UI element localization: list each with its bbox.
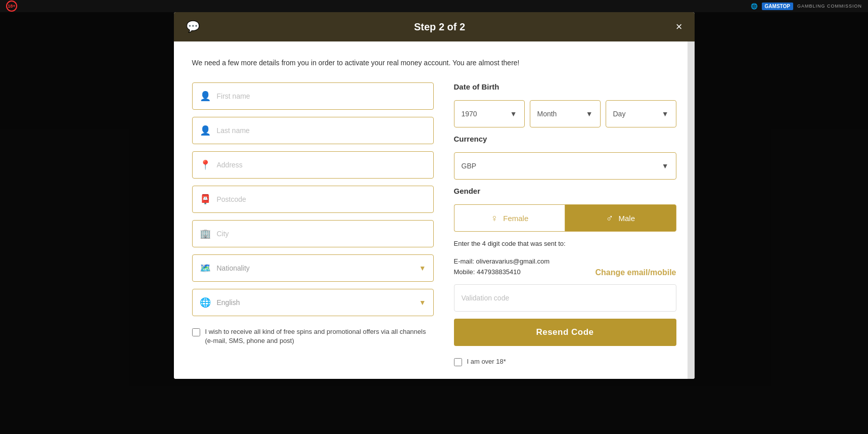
sent-to-text: Enter the 4 digit code that was sent to: — [454, 239, 676, 249]
validation-code-input[interactable] — [454, 284, 676, 312]
postcode-input[interactable] — [217, 195, 426, 203]
dob-label: Date of Birth — [454, 82, 676, 91]
nationality-chevron-icon: ▼ — [419, 264, 426, 272]
dob-row: 1970 ▼ Month ▼ Day ▼ — [454, 100, 676, 127]
form-right: Date of Birth 1970 ▼ Month ▼ Day — [454, 82, 676, 367]
female-icon: ♀ — [490, 212, 498, 224]
gamstop-label: GAMSTOP — [762, 3, 793, 10]
first-name-input[interactable] — [217, 92, 426, 100]
promo-checkbox[interactable] — [192, 328, 200, 336]
language-wrapper[interactable]: 🌐 English ▼ — [192, 289, 434, 316]
chat-icon: 💬 — [186, 20, 200, 33]
email-info: E-mail: oliveravarius@gmail.com — [454, 256, 550, 267]
last-name-input[interactable] — [217, 126, 426, 135]
last-name-wrapper: 👤 — [192, 117, 434, 144]
city-input[interactable] — [217, 230, 426, 238]
form-left: 👤 👤 📍 📮 — [192, 82, 434, 367]
dob-year-select[interactable]: 1970 ▼ — [454, 100, 525, 127]
over18-checkbox[interactable] — [454, 358, 462, 366]
language-select[interactable]: English — [217, 298, 419, 307]
person-icon-2: 👤 — [200, 125, 211, 136]
commission-label: GAMBLING COMMISSION — [797, 4, 862, 9]
modal-title: Step 2 of 2 — [204, 21, 676, 33]
modal-header-left: 💬 — [186, 20, 204, 33]
mobile-info: Mobile: 447938835410 — [454, 267, 550, 278]
sent-to-row: E-mail: oliveravarius@gmail.com Mobile: … — [454, 256, 676, 278]
language-chevron-icon: ▼ — [419, 298, 426, 307]
city-wrapper: 🏢 — [192, 220, 434, 247]
city-icon: 🏢 — [200, 228, 211, 239]
resend-code-button[interactable]: Resend Code — [454, 319, 676, 346]
contact-info: E-mail: oliveravarius@gmail.com Mobile: … — [454, 256, 550, 278]
language-icon: 🌐 — [200, 297, 211, 308]
gender-label: Gender — [454, 187, 676, 195]
age-badge: 18+ — [6, 1, 17, 12]
currency-label: Currency — [454, 135, 676, 143]
close-button[interactable]: × — [676, 21, 682, 32]
change-email-mobile-link[interactable]: Change email/mobile — [595, 268, 676, 277]
postcode-wrapper: 📮 — [192, 186, 434, 213]
nationality-wrapper[interactable]: 🗺️ Nationality ▼ — [192, 254, 434, 282]
dob-year-value: 1970 — [462, 110, 477, 118]
dob-day-value: Day — [613, 110, 626, 118]
year-chevron-icon: ▼ — [510, 110, 517, 118]
location-icon: 📍 — [200, 159, 211, 170]
address-wrapper: 📍 — [192, 151, 434, 179]
address-input[interactable] — [217, 161, 426, 169]
modal-overlay: 💬 Step 2 of 2 × We need a few more detai… — [0, 0, 868, 434]
over18-label: I am over 18* — [467, 357, 506, 366]
gender-row: ♀ Female ♂ Male — [454, 204, 676, 232]
modal: 💬 Step 2 of 2 × We need a few more detai… — [174, 12, 695, 379]
gender-female-label: Female — [503, 214, 528, 223]
gender-female-button[interactable]: ♀ Female — [454, 204, 565, 232]
top-bar-left: 18+ — [6, 1, 17, 12]
form-layout: 👤 👤 📍 📮 — [192, 82, 676, 367]
dob-day-select[interactable]: Day ▼ — [606, 100, 676, 127]
first-name-wrapper: 👤 — [192, 82, 434, 110]
currency-select[interactable]: GBP ▼ — [454, 152, 676, 180]
gender-male-button[interactable]: ♂ Male — [565, 204, 676, 232]
gender-section: Gender ♀ Female ♂ Male — [454, 187, 676, 232]
currency-chevron-icon: ▼ — [662, 162, 669, 170]
gender-male-label: Male — [618, 214, 635, 223]
validation-section: Enter the 4 digit code that was sent to:… — [454, 239, 676, 346]
top-bar: 18+ 🌐 GAMSTOP GAMBLING COMMISSION — [0, 0, 868, 12]
modal-header: 💬 Step 2 of 2 × — [174, 12, 695, 41]
promo-checkbox-row: I wish to receive all kind of free spins… — [192, 327, 434, 345]
dob-month-select[interactable]: Month ▼ — [530, 100, 601, 127]
over18-checkbox-row: I am over 18* — [454, 357, 676, 366]
currency-section: Currency GBP ▼ — [454, 135, 676, 180]
dob-month-value: Month — [537, 110, 557, 118]
postcode-icon: 📮 — [200, 194, 211, 205]
top-bar-right: 🌐 GAMSTOP GAMBLING COMMISSION — [751, 3, 862, 10]
modal-body: We need a few more details from you in o… — [174, 41, 695, 379]
intro-text: We need a few more details from you in o… — [192, 58, 676, 68]
promo-checkbox-label: I wish to receive all kind of free spins… — [205, 327, 434, 345]
male-icon: ♂ — [606, 212, 613, 224]
nationality-select[interactable]: Nationality — [217, 264, 419, 272]
currency-value: GBP — [462, 162, 477, 170]
month-chevron-icon: ▼ — [586, 110, 593, 118]
person-icon: 👤 — [200, 91, 211, 102]
dob-section: Date of Birth 1970 ▼ Month ▼ Day — [454, 82, 676, 127]
day-chevron-icon: ▼ — [662, 110, 669, 118]
nationality-icon: 🗺️ — [200, 263, 211, 274]
